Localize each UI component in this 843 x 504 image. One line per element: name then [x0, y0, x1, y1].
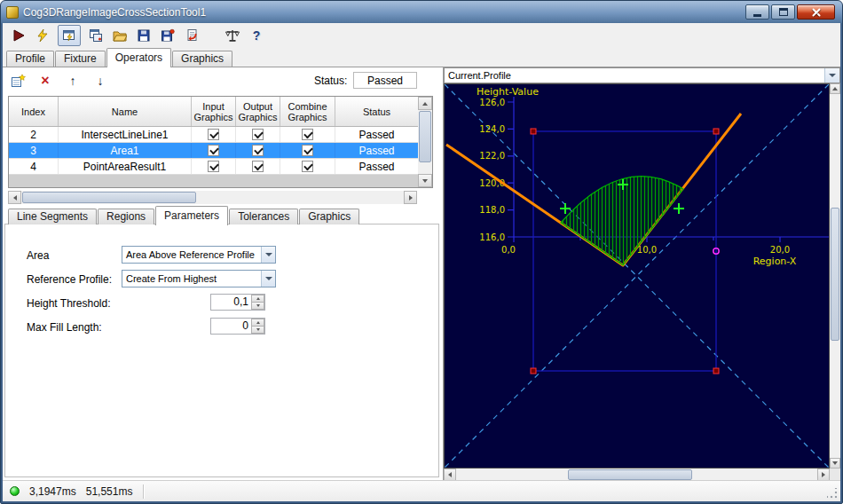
height-threshold-label: Height Threshold:: [27, 297, 111, 310]
max-fill-length-label: Max Fill Length:: [27, 321, 102, 334]
tab-tolerances[interactable]: Tolerances: [229, 209, 298, 224]
area-select[interactable]: Area Above Reference Profile: [122, 246, 276, 264]
resize-grip[interactable]: [827, 488, 839, 500]
cell-combine: [280, 159, 335, 174]
minimize-button[interactable]: [745, 4, 769, 20]
move-down-icon[interactable]: ↓: [92, 73, 108, 89]
header-name[interactable]: Name: [59, 97, 192, 126]
profile-source-select[interactable]: Current.Profile: [444, 67, 840, 83]
dropdown-button[interactable]: [261, 247, 275, 263]
header-status[interactable]: Status: [335, 97, 418, 126]
import-icon[interactable]: [183, 27, 201, 44]
region-corner-handle[interactable]: [713, 129, 719, 134]
reference-profile-select[interactable]: Create From Highest: [122, 270, 276, 287]
height-threshold-stepper[interactable]: 0,1: [210, 294, 265, 311]
table-row-selected[interactable]: 3 Area1 Passed: [9, 143, 418, 159]
delete-operator-icon[interactable]: ×: [37, 73, 53, 89]
graph-horizontal-scrollbar[interactable]: [444, 469, 830, 481]
close-button[interactable]: [797, 4, 835, 20]
tab-parameters[interactable]: Parameters: [155, 206, 228, 225]
scroll-down-button[interactable]: [418, 174, 432, 187]
help-icon[interactable]: ?: [248, 27, 265, 44]
result-display-icon[interactable]: [87, 27, 105, 44]
run-continuous-icon[interactable]: [34, 27, 51, 44]
spin-down-button[interactable]: [251, 303, 264, 310]
spin-up-button[interactable]: [251, 319, 264, 327]
region-corner-handle[interactable]: [531, 129, 536, 134]
max-fill-length-value[interactable]: 0: [211, 319, 251, 334]
cell-input: [192, 143, 236, 158]
tab-profile[interactable]: Profile: [6, 51, 54, 67]
profile-graph[interactable]: Height-Value 126,0 124,0 122,0 120,0 118…: [444, 83, 830, 469]
output-graphics-checkbox[interactable]: [252, 129, 264, 140]
scroll-thumb[interactable]: [831, 208, 839, 341]
dropdown-button[interactable]: [824, 68, 839, 83]
spin-up-button[interactable]: [251, 295, 264, 303]
operator-tabstrip: Line Segments Regions Parameters Toleran…: [4, 206, 360, 224]
close-icon: [810, 6, 823, 19]
height-threshold-value[interactable]: 0,1: [211, 295, 251, 310]
tab-graphics[interactable]: Graphics: [172, 51, 232, 67]
output-graphics-checkbox[interactable]: [252, 145, 264, 156]
y-tick-label: 124,0: [479, 124, 505, 134]
scroll-down-button[interactable]: [830, 458, 840, 469]
header-index[interactable]: Index: [9, 97, 59, 126]
cell-status: Passed: [335, 143, 418, 158]
add-operator-icon[interactable]: [10, 73, 26, 89]
table-horizontal-scrollbar[interactable]: [8, 191, 417, 204]
tab-operators[interactable]: Operators: [106, 48, 171, 67]
save-file-icon[interactable]: [135, 27, 153, 44]
combine-graphics-checkbox[interactable]: [302, 129, 313, 140]
measure-icon[interactable]: [224, 27, 241, 44]
parameters-page: Area Area Above Reference Profile Refere…: [4, 224, 439, 477]
scroll-right-button[interactable]: [404, 191, 417, 204]
table-header-row: Index Name Input Graphics Output Graphic…: [9, 97, 418, 127]
scroll-left-button[interactable]: [444, 469, 456, 481]
header-combine-graphics[interactable]: Combine Graphics: [280, 97, 335, 126]
area-select-value: Area Above Reference Profile: [122, 249, 261, 260]
tool-display-button[interactable]: [58, 25, 81, 46]
area-label: Area: [27, 249, 49, 262]
tab-fixture[interactable]: Fixture: [55, 51, 106, 67]
table-vertical-scrollbar[interactable]: [418, 97, 432, 187]
header-input-graphics[interactable]: Input Graphics: [192, 97, 236, 126]
scroll-right-button[interactable]: [817, 469, 830, 481]
titlebar[interactable]: Cog3DRangeImageCrossSectionTool1: [3, 1, 840, 23]
tab-graphics-sub[interactable]: Graphics: [299, 209, 359, 224]
run-icon[interactable]: [10, 27, 28, 44]
tab-line-segments[interactable]: Line Segments: [8, 209, 97, 224]
input-graphics-checkbox[interactable]: [208, 145, 219, 156]
minimize-icon: [753, 14, 761, 17]
scroll-left-button[interactable]: [8, 191, 21, 204]
app-icon[interactable]: [6, 6, 19, 19]
spinner-buttons: [251, 319, 264, 334]
maximize-button[interactable]: [771, 4, 795, 20]
scroll-thumb[interactable]: [22, 192, 196, 203]
max-fill-length-stepper[interactable]: 0: [210, 318, 265, 335]
dropdown-button[interactable]: [261, 271, 275, 287]
region-corner-handle[interactable]: [531, 368, 536, 374]
open-file-icon[interactable]: [111, 27, 129, 44]
status-led: [10, 486, 20, 496]
combine-graphics-checkbox[interactable]: [302, 161, 313, 172]
scroll-up-button[interactable]: [830, 83, 840, 94]
scroll-up-button[interactable]: [418, 97, 432, 110]
move-up-icon[interactable]: ↑: [65, 73, 81, 89]
graph-vertical-scrollbar[interactable]: [830, 83, 840, 469]
input-graphics-checkbox[interactable]: [208, 129, 219, 140]
table-row[interactable]: 4 PointAreaResult1 Passed: [9, 159, 418, 175]
scroll-thumb[interactable]: [568, 469, 692, 480]
cell-name: IntersectLineLine1: [59, 127, 192, 142]
tab-regions[interactable]: Regions: [98, 209, 154, 224]
save-results-icon[interactable]: [159, 27, 177, 44]
x-tick-label: 10,0: [637, 245, 657, 255]
output-graphics-checkbox[interactable]: [252, 161, 264, 172]
input-graphics-checkbox[interactable]: [208, 161, 219, 172]
combine-graphics-checkbox[interactable]: [302, 145, 313, 156]
spin-down-button[interactable]: [251, 327, 264, 334]
table-row[interactable]: 2 IntersectLineLine1 Passed: [9, 127, 418, 143]
tool-display-icon: [62, 28, 76, 43]
header-output-graphics[interactable]: Output Graphics: [236, 97, 280, 126]
scroll-thumb[interactable]: [419, 111, 431, 162]
region-corner-handle[interactable]: [713, 368, 719, 374]
